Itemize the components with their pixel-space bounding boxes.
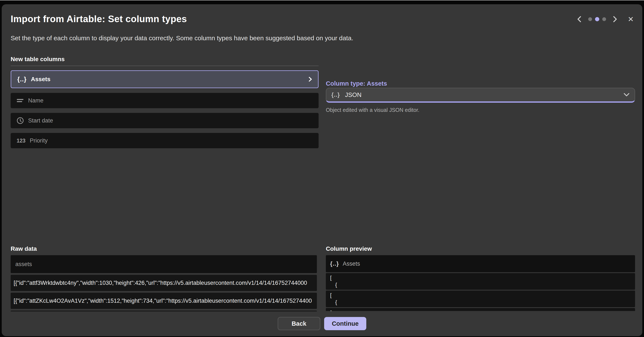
pager-dots xyxy=(588,17,606,21)
raw-data-column-header: assets xyxy=(11,255,317,273)
column-row-priority[interactable]: 123 Priority xyxy=(11,133,318,148)
column-type-dropdown[interactable]: {..} JSON xyxy=(326,88,635,103)
column-row-label: Assets xyxy=(31,76,50,83)
json-icon: {..} xyxy=(330,260,339,267)
column-type-heading: Column type: Assets xyxy=(326,80,387,87)
pager-prev-button[interactable] xyxy=(577,16,582,22)
column-type-value: JSON xyxy=(345,92,362,98)
raw-data-row: [{"id":"attZKcLw4O2AvA1Vz","width":1512,… xyxy=(11,293,317,309)
preview-row-clipped: [ { xyxy=(326,308,635,311)
pager-controls: ✕ xyxy=(577,15,634,23)
import-dialog: Import from Airtable: Set column types S… xyxy=(2,4,642,336)
json-icon: {..} xyxy=(331,92,340,98)
column-list: {..} Assets Name Start date 123 Priority xyxy=(11,70,318,148)
dialog-footer: Back Continue xyxy=(2,317,642,330)
column-type-description: Object edited with a visual JSON editor. xyxy=(326,107,419,113)
raw-data-row-clipped xyxy=(11,310,317,312)
pager-dot-3 xyxy=(602,17,606,21)
column-row-label: Priority xyxy=(30,138,48,144)
raw-data-table[interactable]: assets [{"id":"attf3Wrktdwbtc4ny","width… xyxy=(11,255,317,312)
pager-dot-2-active xyxy=(595,17,599,21)
number-icon: 123 xyxy=(16,138,26,144)
preview-line: { xyxy=(326,282,635,288)
chevron-right-icon xyxy=(308,77,312,82)
close-icon: ✕ xyxy=(628,15,634,23)
text-icon xyxy=(16,98,24,104)
column-preview-heading: Column preview xyxy=(326,246,372,252)
preview-line: { xyxy=(326,299,635,306)
dialog-title: Import from Airtable: Set column types xyxy=(11,14,187,24)
column-row-start-date[interactable]: Start date xyxy=(11,113,318,128)
raw-data-heading: Raw data xyxy=(11,246,37,252)
column-row-label: Start date xyxy=(28,117,53,124)
column-preview-header-label: Assets xyxy=(343,260,360,267)
json-icon: {..} xyxy=(17,76,26,83)
close-button[interactable]: ✕ xyxy=(628,16,634,23)
preview-row: [ { xyxy=(326,290,635,307)
columns-divider xyxy=(11,66,318,66)
page-root: { "window": { "title": "Import from Airt… xyxy=(0,0,644,337)
continue-button[interactable]: Continue xyxy=(324,317,366,330)
preview-line: [ xyxy=(326,309,635,311)
preview-line: [ xyxy=(326,292,635,299)
column-row-name[interactable]: Name xyxy=(11,93,318,108)
columns-section-heading: New table columns xyxy=(11,56,65,63)
pager-dot-1 xyxy=(588,17,592,21)
column-row-label: Name xyxy=(28,97,44,104)
pager-next-button[interactable] xyxy=(613,16,618,22)
raw-data-column-header-label: assets xyxy=(15,261,32,268)
clock-icon xyxy=(16,117,24,124)
chevron-down-icon xyxy=(624,93,630,97)
back-button[interactable]: Back xyxy=(278,317,320,330)
preview-line: [ xyxy=(326,274,635,282)
column-preview-header: {..} Assets xyxy=(326,255,635,272)
preview-row: [ { xyxy=(326,273,635,290)
window-top-edge xyxy=(0,0,644,0)
chevron-right-icon xyxy=(613,16,618,22)
chevron-left-icon xyxy=(577,16,582,22)
column-preview-table[interactable]: {..} Assets [ { [ { [ { xyxy=(326,255,635,311)
column-row-assets[interactable]: {..} Assets xyxy=(11,70,318,88)
raw-data-row: [{"id":"attf3Wrktdwbtc4ny","width":1030,… xyxy=(11,275,317,291)
dialog-subtitle: Set the type of each column to display y… xyxy=(11,34,353,42)
